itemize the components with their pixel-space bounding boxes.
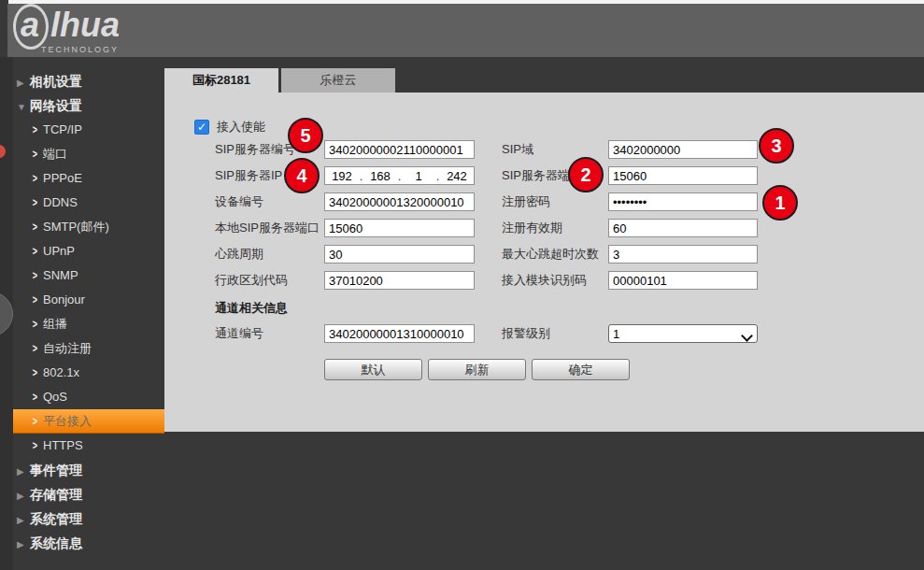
local-sip-port-input[interactable] (324, 219, 475, 237)
sidebar: ▶相机设置 ▼网络设置 >TCP/IP >端口 >PPPoE >DDNS >SM… (0, 69, 164, 555)
sidebar-item-tcpip[interactable]: >TCP/IP (0, 118, 164, 142)
channel-info-section-header: 通道相关信息 (215, 300, 288, 317)
alarm-level-select[interactable]: 1 (608, 324, 758, 343)
sidebar-item-label: 端口 (43, 147, 67, 161)
sidebar-item-platform-access[interactable]: >平台接入 (13, 409, 164, 434)
form-row: 本地SIP服务器端口 注册有效期 (215, 219, 758, 237)
sidebar-item-8021x[interactable]: >802.1x (0, 361, 164, 385)
triangle-down-icon: ▼ (17, 95, 30, 120)
tab-gb28181[interactable]: 国标28181 (164, 68, 278, 93)
max-heartbeat-timeout-input[interactable] (608, 245, 758, 264)
annotation-circle-3: 3 (759, 128, 794, 164)
annotation-circle-4: 4 (284, 158, 320, 193)
sidebar-item-label: SMTP(邮件) (43, 220, 109, 234)
chevron-right-icon: > (33, 238, 42, 264)
chevron-right-icon: > (33, 287, 42, 312)
sip-domain-input[interactable] (608, 140, 758, 159)
sip-server-port-input[interactable] (608, 166, 758, 185)
sidebar-item-label: 存储管理 (30, 487, 82, 502)
sidebar-item-camera-settings[interactable]: ▶相机设置 (0, 69, 164, 93)
ip-octet-3[interactable]: 1 (402, 169, 435, 183)
tab-lechange[interactable]: 乐橙云 (281, 68, 395, 93)
enable-checkbox[interactable]: ✓ (194, 120, 209, 135)
sidebar-item-https[interactable]: >HTTPS (0, 434, 164, 458)
chevron-right-icon: > (33, 360, 42, 385)
sidebar-item-qos[interactable]: >QoS (0, 385, 164, 409)
sip-server-id-input[interactable] (324, 140, 475, 159)
field-label-admin-region-code: 行政区划代码 (215, 272, 324, 289)
triangle-right-icon: ▶ (17, 533, 30, 557)
sidebar-item-event-management[interactable]: ▶事件管理 (0, 458, 164, 482)
sidebar-item-label: QoS (43, 390, 67, 404)
logo-text: alhua (13, 4, 120, 50)
register-password-input[interactable] (608, 192, 758, 211)
sidebar-item-label: DDNS (43, 195, 78, 209)
sidebar-item-label: 网络设置 (30, 98, 82, 113)
chevron-right-icon: > (33, 311, 42, 336)
sidebar-item-ddns[interactable]: >DDNS (0, 191, 164, 215)
sidebar-item-label: TCP/IP (43, 122, 82, 136)
form-row: 心跳周期 最大心跳超时次数 (215, 245, 758, 264)
field-label-sip-domain: SIP域 (502, 141, 608, 158)
chevron-right-icon: > (33, 263, 42, 288)
sip-server-ip-input[interactable]: 192.168.1.242 (324, 166, 475, 185)
field-label-channel-id: 通道编号 (215, 325, 324, 342)
check-icon: ✓ (197, 121, 206, 134)
sidebar-item-system-management[interactable]: ▶系统管理 (0, 506, 164, 531)
triangle-right-icon: ▶ (17, 484, 30, 508)
confirm-button[interactable]: 确定 (532, 359, 630, 380)
form-row: 设备编号 注册密码 (215, 192, 758, 211)
device-id-input[interactable] (324, 192, 475, 211)
enable-label: 接入使能 (217, 119, 265, 135)
header-bar (7, 4, 924, 57)
sidebar-item-network-settings[interactable]: ▼网络设置 (0, 93, 164, 118)
sidebar-item-bonjour[interactable]: >Bonjour (0, 288, 164, 312)
triangle-right-icon: ▶ (17, 508, 30, 533)
triangle-right-icon: ▶ (17, 460, 30, 484)
field-label-access-module-id: 接入模块识别码 (502, 272, 608, 289)
ip-octet-4[interactable]: 242 (440, 169, 474, 183)
sidebar-item-label: 自动注册 (43, 341, 92, 355)
tab-bar: 国标28181 乐橙云 (164, 68, 395, 93)
chevron-right-icon: > (33, 214, 42, 239)
sidebar-item-label: 系统信息 (30, 535, 82, 550)
sidebar-item-system-info[interactable]: ▶系统信息 (0, 531, 164, 555)
field-label-local-sip-port: 本地SIP服务器端口 (215, 220, 324, 236)
sidebar-item-port[interactable]: >端口 (0, 142, 164, 166)
register-validity-input[interactable] (608, 219, 758, 237)
form-row: 通道编号 报警级别 1 (215, 324, 758, 343)
field-label-alarm-level: 报警级别 (502, 325, 608, 342)
annotation-circle-2: 2 (568, 157, 604, 192)
chevron-right-icon: > (33, 433, 42, 458)
form-row: 行政区划代码 接入模块识别码 (215, 271, 758, 290)
field-label-heartbeat-period: 心跳周期 (215, 246, 324, 263)
chevron-right-icon: > (33, 141, 42, 166)
chevron-right-icon: > (33, 190, 42, 215)
field-label-device-id: 设备编号 (215, 193, 324, 210)
sidebar-item-label: UPnP (43, 244, 75, 258)
enable-row: ✓ 接入使能 (194, 119, 265, 135)
default-button[interactable]: 默认 (324, 359, 422, 380)
admin-region-code-input[interactable] (324, 271, 475, 290)
annotation-circle-5: 5 (288, 118, 323, 153)
sidebar-item-smtp[interactable]: >SMTP(邮件) (0, 215, 164, 239)
ip-octet-2[interactable]: 168 (363, 169, 397, 183)
sidebar-item-label: Bonjour (43, 292, 85, 306)
field-label-max-heartbeat-timeout: 最大心跳超时次数 (502, 246, 608, 263)
triangle-right-icon: ▶ (17, 71, 30, 95)
sidebar-item-label: 802.1x (43, 365, 79, 379)
sidebar-item-label: PPPoE (43, 171, 82, 185)
annotation-circle-1: 1 (762, 185, 798, 221)
sidebar-item-upnp[interactable]: >UPnP (0, 239, 164, 264)
access-module-id-input[interactable] (608, 271, 758, 290)
sidebar-item-pppoe[interactable]: >PPPoE (0, 166, 164, 191)
ip-octet-1[interactable]: 192 (325, 169, 359, 183)
sidebar-item-snmp[interactable]: >SNMP (0, 264, 164, 288)
refresh-button[interactable]: 刷新 (428, 359, 526, 380)
heartbeat-period-input[interactable] (324, 245, 475, 264)
logo-a-circle: a (13, 4, 49, 50)
sidebar-item-auto-register[interactable]: >自动注册 (0, 336, 164, 361)
sidebar-item-multicast[interactable]: >组播 (0, 312, 164, 336)
channel-id-input[interactable] (324, 324, 475, 343)
sidebar-item-storage-management[interactable]: ▶存储管理 (0, 482, 164, 506)
